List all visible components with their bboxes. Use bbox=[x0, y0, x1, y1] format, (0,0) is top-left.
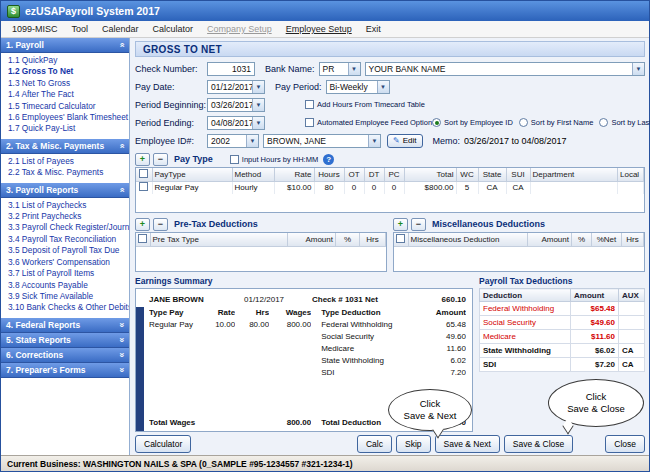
sidebar-item-deposit-tax-due[interactable]: 3.5 Deposit of Payroll Tax Due bbox=[8, 245, 129, 256]
menu-item-calendar[interactable]: Calendar bbox=[95, 22, 146, 36]
sidebar-item-gross-to-net[interactable]: 1.2 Gross To Net bbox=[8, 66, 129, 77]
save-close-button[interactable]: Save & Close bbox=[504, 435, 574, 453]
sidebar-item-list-of-paychecks[interactable]: 3.1 List of Paychecks bbox=[8, 200, 129, 211]
sidebar-item-list-of-payees[interactable]: 2.1 List of Payees bbox=[8, 156, 129, 167]
column-header[interactable]: Rate bbox=[274, 168, 314, 181]
close-button[interactable]: Close bbox=[605, 435, 645, 453]
select-all-misc-checkbox[interactable] bbox=[396, 234, 405, 243]
dropdown-arrow-icon[interactable]: ▼ bbox=[252, 81, 264, 93]
column-header[interactable]: Department bbox=[530, 168, 618, 181]
sidebar-item-bank-checks[interactable]: 3.10 Bank Checks & Other Debits bbox=[8, 302, 129, 313]
help-icon[interactable]: ? bbox=[323, 154, 334, 165]
menu-item-calculator[interactable]: Calculator bbox=[146, 22, 201, 36]
column-header[interactable]: Hours bbox=[314, 168, 344, 181]
column-header[interactable]: Hrs bbox=[360, 233, 386, 246]
remove-pretax-button[interactable]: − bbox=[153, 218, 168, 231]
check-number-input[interactable]: 1031 bbox=[207, 62, 255, 76]
dropdown-arrow-icon[interactable]: ▼ bbox=[348, 63, 360, 75]
employee-id-select[interactable]: 2002 ▼ bbox=[207, 134, 259, 148]
add-pretax-button[interactable]: + bbox=[135, 218, 150, 231]
column-header[interactable]: Total bbox=[404, 168, 456, 181]
sidebar-section-payroll-reports[interactable]: 3. Payroll Reports » bbox=[1, 183, 129, 198]
column-header[interactable]: WC bbox=[456, 168, 478, 181]
column-header[interactable]: Deduction bbox=[480, 289, 571, 302]
add-pay-type-button[interactable]: + bbox=[135, 153, 150, 166]
add-hours-checkbox[interactable] bbox=[305, 100, 314, 109]
period-ending-select[interactable]: 04/08/2017 ▼ bbox=[207, 116, 265, 130]
input-hours-hhmm-checkbox[interactable] bbox=[230, 155, 239, 164]
column-header[interactable]: Pre Tax Type bbox=[150, 233, 288, 246]
column-header[interactable]: %Net bbox=[592, 233, 622, 246]
pay-date-select[interactable]: 01/12/2017 ▼ bbox=[207, 80, 265, 94]
column-header[interactable]: SUI bbox=[506, 168, 530, 181]
sort-by-employee-id-radio[interactable] bbox=[432, 118, 441, 127]
menu-item-employee-setup[interactable]: Employee Setup bbox=[279, 22, 359, 36]
column-header[interactable]: % bbox=[572, 233, 592, 246]
dropdown-arrow-icon[interactable]: ▼ bbox=[246, 135, 258, 147]
sort-by-last-name-radio[interactable] bbox=[599, 118, 608, 127]
sidebar-item-accounts-payable[interactable]: 3.8 Accounts Payable bbox=[8, 280, 129, 291]
calc-button[interactable]: Calc bbox=[357, 435, 392, 453]
sidebar-item-quick-pay-list[interactable]: 1.7 Quick Pay-List bbox=[8, 123, 129, 134]
cell-rate: $10.00 bbox=[274, 181, 314, 194]
period-beginning-select[interactable]: 03/26/2017 ▼ bbox=[207, 98, 265, 112]
column-header[interactable]: Amount bbox=[528, 233, 572, 246]
sidebar-item-quickpay[interactable]: 1.1 QuickPay bbox=[8, 55, 129, 66]
edit-employee-button[interactable]: ✎ Edit bbox=[387, 134, 423, 148]
sidebar-section-payroll[interactable]: 1. Payroll » bbox=[1, 38, 129, 53]
sidebar-item-check-register[interactable]: 3.3 Payroll Check Register/Journal bbox=[8, 222, 129, 233]
sidebar-item-workers-compensation[interactable]: 3.6 Workers' Compensation bbox=[8, 257, 129, 268]
select-all-pretax-checkbox[interactable] bbox=[138, 234, 147, 243]
dropdown-arrow-icon[interactable]: ▼ bbox=[252, 99, 264, 111]
menu-item-1099-misc[interactable]: 1099-MISC bbox=[5, 22, 65, 36]
sidebar-item-blank-timesheet[interactable]: 1.6 Employees' Blank Timesheet bbox=[8, 112, 129, 123]
column-header[interactable]: Miscellaneous Deduction bbox=[408, 233, 528, 246]
sidebar-section-preparers-forms[interactable]: 7. Preparer's Forms » bbox=[1, 363, 129, 378]
sidebar-section-corrections[interactable]: 6. Corrections » bbox=[1, 348, 129, 363]
sidebar-item-tax-reconciliation[interactable]: 3.4 Payroll Tax Reconciliation bbox=[8, 234, 129, 245]
sidebar-section-tax-misc[interactable]: 2. Tax & Misc. Payments » bbox=[1, 139, 129, 154]
select-all-pay-checkbox[interactable] bbox=[139, 169, 148, 178]
column-header[interactable]: Hrs bbox=[622, 233, 644, 246]
dropdown-arrow-icon[interactable]: ▼ bbox=[368, 135, 380, 147]
sidebar-section-state-reports[interactable]: 5. State Reports » bbox=[1, 333, 129, 348]
column-header[interactable]: Amount bbox=[288, 233, 336, 246]
column-header[interactable]: AUX bbox=[619, 289, 645, 302]
bank-name-select[interactable]: YOUR BANK NAME ▼ bbox=[365, 62, 645, 76]
sidebar-item-list-of-payroll-items[interactable]: 3.7 List of Payroll Items bbox=[8, 268, 129, 279]
bank-code-select[interactable]: PR ▼ bbox=[319, 62, 361, 76]
column-header[interactable]: OT bbox=[344, 168, 364, 181]
column-header[interactable]: % bbox=[336, 233, 360, 246]
sidebar-item-after-the-fact[interactable]: 1.4 After The Fact bbox=[8, 89, 129, 100]
sidebar-section-federal-reports[interactable]: 4. Federal Reports » bbox=[1, 318, 129, 333]
column-header[interactable]: DT bbox=[364, 168, 384, 181]
calculator-button[interactable]: Calculator bbox=[135, 435, 191, 453]
save-next-button[interactable]: Save & Next bbox=[435, 435, 500, 453]
sidebar-item-sick-time-available[interactable]: 3.9 Sick Time Available bbox=[8, 291, 129, 302]
remove-pay-type-button[interactable]: − bbox=[153, 153, 168, 166]
table-row[interactable]: Regular Pay Hourly $10.00 80 0 0 0 $800.… bbox=[136, 181, 644, 194]
sort-by-first-name-radio[interactable] bbox=[519, 118, 528, 127]
automated-feed-checkbox[interactable] bbox=[305, 118, 314, 127]
column-header[interactable]: PayType bbox=[152, 168, 232, 181]
column-header[interactable]: State bbox=[478, 168, 506, 181]
employee-name-select[interactable]: BROWN, JANE ▼ bbox=[263, 134, 381, 148]
skip-button[interactable]: Skip bbox=[396, 435, 431, 453]
sidebar-item-net-to-gross[interactable]: 1.3 Net To Gross bbox=[8, 78, 129, 89]
sidebar-item-tax-misc-payments[interactable]: 2.2 Tax & Misc. Payments bbox=[8, 167, 129, 178]
dropdown-arrow-icon[interactable]: ▼ bbox=[377, 81, 389, 93]
dropdown-arrow-icon[interactable]: ▼ bbox=[252, 117, 264, 129]
add-misc-deduction-button[interactable]: + bbox=[393, 218, 408, 231]
column-header[interactable]: Amount bbox=[571, 289, 619, 302]
column-header[interactable]: PC bbox=[384, 168, 404, 181]
dropdown-arrow-icon[interactable]: ▼ bbox=[632, 63, 644, 75]
column-header[interactable]: Method bbox=[232, 168, 274, 181]
pay-period-select[interactable]: Bi-Weekly ▼ bbox=[326, 80, 390, 94]
remove-misc-deduction-button[interactable]: − bbox=[411, 218, 426, 231]
sidebar-item-print-paychecks[interactable]: 3.2 Print Paychecks bbox=[8, 211, 129, 222]
row-checkbox[interactable] bbox=[139, 182, 148, 191]
menu-item-tool[interactable]: Tool bbox=[65, 22, 96, 36]
sidebar-item-timecard-calculator[interactable]: 1.5 Timecard Calculator bbox=[8, 101, 129, 112]
column-header[interactable]: Local bbox=[618, 168, 644, 181]
menu-item-exit[interactable]: Exit bbox=[359, 22, 388, 36]
